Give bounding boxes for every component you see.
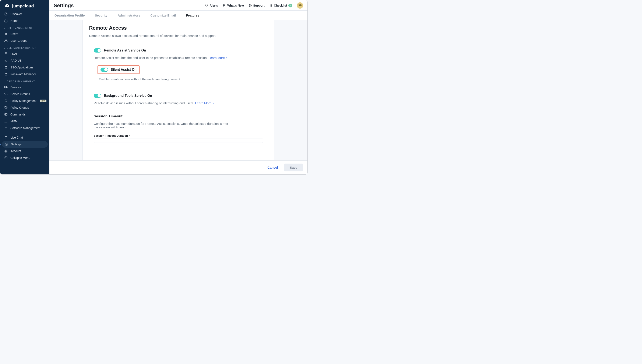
sidebar-item-label: Users [11, 32, 47, 36]
silent-assist-desc: Enable remote access without the end-use… [99, 77, 268, 81]
sidebar-item-radius[interactable]: RADIUS [0, 57, 50, 64]
toggle-label-background-tools: Background Tools Service On [104, 94, 152, 98]
svg-point-1 [7, 5, 8, 6]
sidebar-item-users[interactable]: Users [0, 30, 50, 37]
sidebar-section-user-authentication[interactable]: ⌄ USER AUTHENTICATION [0, 44, 50, 50]
svg-rect-12 [5, 74, 7, 75]
toggle-label-remote-assist: Remote Assist Service On [104, 48, 146, 52]
flag-icon [223, 4, 226, 7]
new-badge: NEW [40, 100, 47, 102]
sidebar-item-settings[interactable]: Settings [2, 141, 48, 148]
tab-customize-email[interactable]: Customize Email [150, 10, 177, 20]
learn-more-background-tools[interactable]: Learn More↗ [195, 101, 214, 105]
tab-features[interactable]: Features [185, 10, 200, 20]
sidebar-item-password-manager[interactable]: Password Manager [0, 71, 50, 78]
svg-rect-10 [5, 68, 6, 68]
footer-actions: Cancel Save [50, 160, 307, 174]
sidebar-item-software-management[interactable]: Software Management [0, 124, 50, 131]
checklist-count-badge: 1 [288, 4, 292, 8]
sidebar-item-commands[interactable]: Commands [0, 111, 50, 118]
sidebar-item-label: SSO Applications [11, 66, 47, 69]
sidebar-item-user-groups[interactable]: User Groups [0, 37, 50, 44]
top-actions: Alerts What's New Support Checklist 1 SP [205, 2, 303, 9]
home-icon [4, 19, 8, 23]
sidebar-item-label: Devices [11, 86, 47, 89]
save-button[interactable]: Save [284, 164, 303, 172]
avatar[interactable]: SP [297, 2, 303, 9]
tab-security[interactable]: Security [94, 10, 108, 20]
brand-logo[interactable]: jumpcloud [0, 0, 50, 10]
tab-organization-profile[interactable]: Organization Profile [54, 10, 86, 20]
toggle-remote-assist[interactable] [94, 48, 101, 52]
brand-name: jumpcloud [12, 4, 34, 8]
sidebar: jumpcloud Discover Home ⌄ USER MANAGEMEN… [0, 0, 50, 174]
svg-point-3 [5, 33, 6, 34]
toggle-background-tools[interactable] [94, 94, 101, 98]
main: Settings Alerts What's New Support Check… [50, 0, 307, 174]
chevron-down-icon: ⌄ [4, 80, 6, 83]
support-link[interactable]: Support [249, 4, 265, 7]
devices-icon [4, 86, 8, 89]
user-group-icon [4, 39, 8, 42]
terminal-icon [4, 112, 8, 116]
sidebar-item-label: Policy Management [11, 99, 37, 102]
whatsnew-link[interactable]: What's New [223, 4, 244, 7]
sidebar-section-device-management[interactable]: ⌄ DEVICE MANAGEMENT [0, 78, 50, 84]
sidebar-item-mdm[interactable]: MDM [0, 118, 50, 124]
shield-group-icon [4, 106, 8, 110]
svg-rect-14 [7, 87, 7, 88]
toggle-row-remote-assist: Remote Assist Service On [94, 48, 268, 52]
sidebar-item-label: Live Chat [11, 136, 47, 139]
section-desc: Remote Access allows access and remote c… [89, 34, 268, 38]
sidebar-section-user-management[interactable]: ⌄ USER MANAGEMENT [0, 24, 50, 30]
session-timeout-input[interactable] [94, 138, 263, 143]
svg-rect-8 [5, 66, 6, 67]
cloud-icon [4, 4, 11, 8]
sidebar-item-account[interactable]: Account [0, 148, 50, 154]
sidebar-item-device-groups[interactable]: Device Groups [0, 91, 50, 98]
svg-rect-18 [5, 120, 7, 122]
shield-icon [4, 99, 8, 103]
toggle-row-background-tools: Background Tools Service On [94, 94, 268, 98]
checklist-link[interactable]: Checklist 1 [269, 4, 292, 8]
external-link-icon: ↗ [212, 102, 214, 105]
content-scroll[interactable]: Remote Access Remote Access allows acces… [50, 20, 307, 160]
alerts-link[interactable]: Alerts [205, 4, 218, 7]
silent-assist-wrap: Silent Assist On [98, 66, 268, 74]
sidebar-item-devices[interactable]: Devices [0, 84, 50, 91]
svg-point-23 [5, 156, 7, 159]
sidebar-item-label: User Groups [11, 39, 47, 42]
svg-rect-9 [6, 66, 7, 67]
session-timeout-heading: Session Timeout [94, 114, 268, 118]
sidebar-item-label: RADIUS [11, 59, 47, 62]
sidebar-item-live-chat[interactable]: Live Chat [0, 134, 50, 141]
sidebar-item-collapse[interactable]: Collapse Menu [0, 154, 50, 161]
sidebar-item-ldap[interactable]: LDAP [0, 50, 50, 57]
svg-rect-19 [5, 127, 7, 129]
svg-point-7 [6, 60, 6, 61]
svg-point-5 [6, 40, 7, 40]
toggle-silent-assist[interactable] [101, 68, 108, 72]
learn-more-remote-assist[interactable]: Learn More↗ [208, 56, 227, 60]
svg-rect-17 [5, 113, 7, 115]
chevron-down-icon: ⌄ [4, 27, 6, 29]
topbar: Settings Alerts What's New Support Check… [50, 0, 307, 10]
session-timeout-desc: Configure the maximum duration for Remot… [94, 122, 229, 129]
svg-point-6 [5, 52, 7, 54]
sidebar-item-sso[interactable]: SSO Applications [0, 64, 50, 71]
sidebar-item-label: LDAP [11, 52, 47, 56]
chevron-down-icon: ⌄ [4, 47, 6, 49]
compass-icon [4, 12, 8, 16]
sidebar-item-label: Device Groups [11, 92, 47, 96]
sidebar-item-policy-groups[interactable]: Policy Groups [0, 104, 50, 111]
cancel-button[interactable]: Cancel [265, 164, 281, 171]
external-link-icon: ↗ [225, 57, 227, 59]
sidebar-item-discover[interactable]: Discover [0, 10, 50, 17]
lifebuoy-icon [249, 4, 252, 7]
tab-administrators[interactable]: Administrators [117, 10, 141, 20]
sidebar-item-policy-management[interactable]: Policy Management NEW [0, 98, 50, 104]
svg-point-22 [6, 150, 6, 151]
background-tools-desc: Resolve device issues without screen-sha… [94, 101, 268, 105]
sidebar-item-label: Discover [11, 12, 47, 16]
sidebar-item-home[interactable]: Home [0, 17, 50, 24]
